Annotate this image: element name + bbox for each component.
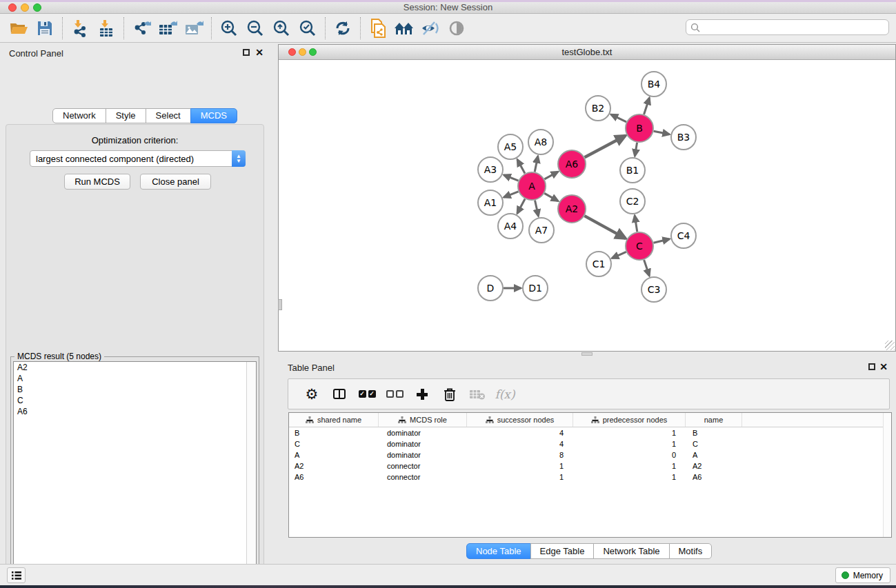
network-graph[interactable]: B4B2BB3A8A5A6A3B1AA1C2A2A4A7C4CC1C3DD1 (279, 60, 895, 351)
graph-node-C1[interactable]: C1 (586, 252, 611, 276)
table-cell[interactable]: A (686, 449, 742, 460)
table-cell[interactable]: B (289, 427, 379, 438)
edge-A6-B[interactable] (585, 136, 626, 157)
graph-node-A[interactable]: A (518, 172, 546, 200)
export-image-button[interactable] (181, 16, 207, 41)
mcds-result-list[interactable]: A2ABCA6 (13, 361, 257, 588)
graph-node-B[interactable]: B (626, 114, 653, 142)
table-cell[interactable]: C (686, 438, 742, 449)
edge-A2-C[interactable] (584, 216, 625, 239)
tab-mcds[interactable]: MCDS (190, 108, 237, 123)
tab-network-table[interactable]: Network Table (593, 543, 669, 559)
graph-node-A2[interactable]: A2 (558, 195, 586, 223)
graph-node-A7[interactable]: A7 (529, 218, 554, 243)
table-cell[interactable]: 1 (467, 460, 573, 472)
table-row[interactable]: A2connector11A2 (289, 460, 891, 472)
resize-grip-icon[interactable] (885, 341, 895, 350)
search-input[interactable] (703, 23, 884, 32)
memory-button[interactable]: Memory (835, 567, 890, 583)
task-history-button[interactable] (7, 567, 26, 583)
table-cell[interactable]: dominator (379, 427, 467, 438)
list-item[interactable]: C (14, 395, 256, 406)
function-builder-button[interactable]: f(x) (491, 382, 519, 407)
table-cell[interactable]: 1 (467, 472, 573, 483)
table-cell[interactable]: dominator (379, 449, 467, 460)
edge-A-A7[interactable] (535, 201, 538, 216)
deselect-all-button[interactable] (381, 382, 408, 407)
table-row[interactable]: Bdominator41B (289, 427, 891, 438)
zoom-out-button[interactable] (242, 16, 268, 41)
graph-node-B3[interactable]: B3 (671, 125, 696, 150)
close-panel-button-mcds[interactable]: Close panel (140, 174, 211, 190)
table-cell[interactable]: 1 (573, 438, 686, 449)
hide-selected-button[interactable] (417, 16, 444, 41)
show-selected-button[interactable] (444, 16, 470, 41)
criterion-dropdown[interactable]: largest connected component (directed) ▲… (30, 150, 246, 167)
column-header-successor-nodes[interactable]: successor nodes (467, 413, 573, 427)
copy-view-button[interactable] (365, 16, 391, 41)
tab-style[interactable]: Style (106, 108, 146, 123)
table-row[interactable]: Adominator80A (289, 449, 891, 460)
export-table-button[interactable] (155, 16, 181, 41)
zoom-fit-button[interactable] (268, 16, 295, 41)
table-cell[interactable]: 1 (573, 472, 686, 483)
table-cell[interactable]: A2 (289, 460, 379, 472)
import-network-button[interactable] (67, 16, 93, 41)
delete-table-button[interactable] (464, 382, 491, 407)
edge-B-B1[interactable] (635, 143, 637, 156)
graph-node-A5[interactable]: A5 (498, 134, 523, 159)
vertical-splitter-handle[interactable] (278, 299, 282, 310)
run-mcds-button[interactable]: Run MCDS (64, 174, 130, 190)
table-cell[interactable]: 4 (467, 438, 573, 449)
edge-A-A8[interactable] (535, 156, 538, 172)
edge-C-C1[interactable] (612, 252, 626, 258)
edge-C-C4[interactable] (653, 239, 669, 243)
table-cell[interactable]: A6 (289, 472, 379, 483)
table-cell[interactable]: C (289, 438, 379, 449)
add-column-button[interactable] (408, 382, 436, 407)
table-cell[interactable]: dominator (379, 438, 467, 449)
list-item[interactable]: A2 (14, 362, 256, 373)
tab-select[interactable]: Select (146, 108, 191, 123)
table-cell[interactable]: 1 (573, 460, 686, 472)
graph-node-A8[interactable]: A8 (528, 130, 553, 154)
table-row[interactable]: A6connector11A6 (289, 472, 891, 483)
edge-A-A1[interactable] (504, 192, 518, 197)
table-cell[interactable]: 0 (573, 449, 686, 460)
edge-B-B3[interactable] (654, 131, 670, 134)
edge-A-A5[interactable] (517, 159, 525, 173)
edge-C-C2[interactable] (635, 216, 637, 232)
tab-motifs[interactable]: Motifs (669, 543, 713, 559)
save-session-button[interactable] (32, 16, 58, 41)
graph-node-C2[interactable]: C2 (620, 189, 645, 214)
zoom-selected-button[interactable] (295, 16, 321, 41)
graph-node-C4[interactable]: C4 (671, 223, 696, 248)
table-cell[interactable]: B (686, 427, 742, 438)
graph-node-D[interactable]: D (478, 276, 503, 301)
edge-A-A4[interactable] (517, 199, 525, 214)
edge-A-A6[interactable] (544, 172, 557, 179)
network-canvas[interactable]: B4B2BB3A8A5A6A3B1AA1C2A2A4A7C4CC1C3DD1 (279, 60, 895, 351)
select-all-button[interactable]: ✓✓ (353, 382, 381, 407)
horizontal-splitter-handle[interactable] (581, 352, 593, 356)
table-close-button[interactable]: ✕ (879, 361, 888, 372)
table-cell[interactable]: connector (379, 472, 467, 483)
table-cell[interactable]: 8 (467, 449, 573, 460)
graph-node-A4[interactable]: A4 (498, 214, 523, 239)
table-cell[interactable]: A6 (686, 472, 742, 483)
home-button[interactable] (391, 16, 417, 41)
export-network-button[interactable] (128, 16, 155, 41)
table-cell[interactable]: connector (379, 460, 467, 472)
graph-node-C3[interactable]: C3 (641, 277, 666, 302)
column-header-name[interactable]: name (686, 413, 742, 427)
edge-A-A3[interactable] (504, 175, 518, 181)
table-cell[interactable]: A (289, 449, 379, 460)
edge-B-B4[interactable] (644, 98, 650, 114)
tab-edge-table[interactable]: Edge Table (530, 543, 595, 559)
result-scrollbar[interactable] (246, 362, 256, 588)
list-item[interactable]: B (14, 384, 256, 395)
list-item[interactable]: A (14, 373, 256, 384)
graph-node-A1[interactable]: A1 (478, 190, 503, 215)
node-table[interactable]: shared nameMCDS rolesuccessor nodesprede… (288, 412, 892, 538)
table-cell[interactable]: 1 (573, 427, 686, 438)
